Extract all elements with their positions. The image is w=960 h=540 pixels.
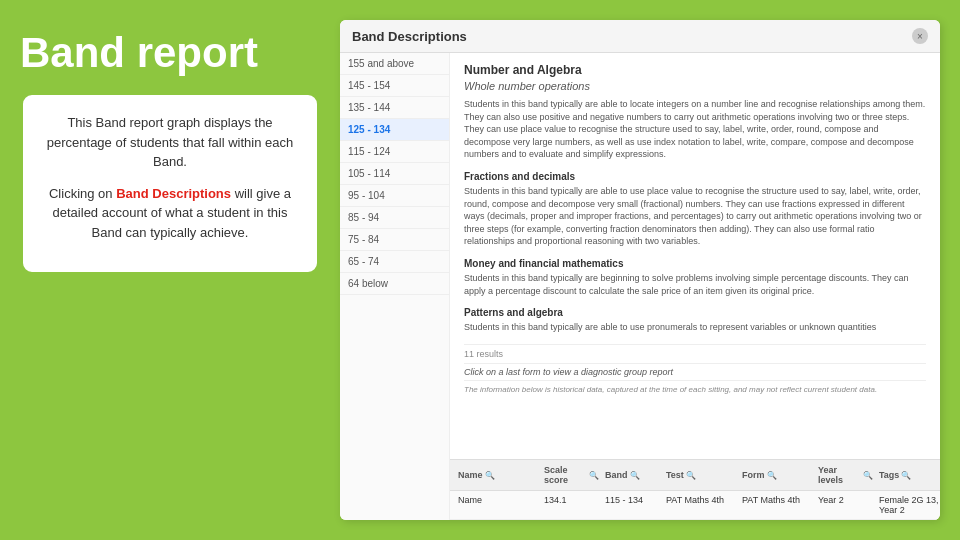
col-band-label: Band <box>605 470 628 480</box>
close-button[interactable]: × <box>912 28 928 44</box>
score-search-icon[interactable]: 🔍 <box>589 471 599 480</box>
col-form-label: Form <box>742 470 765 480</box>
band-item[interactable]: 105 - 114 <box>340 163 449 185</box>
cell-year: Year 2 <box>818 495 873 515</box>
form-search-icon[interactable]: 🔍 <box>767 471 777 480</box>
name-search-icon[interactable]: 🔍 <box>485 471 495 480</box>
content-section: Fractions and decimalsStudents in this b… <box>464 171 926 248</box>
section-title: Money and financial mathematics <box>464 258 926 269</box>
bands-sidebar: 155 and above145 - 154135 - 144125 - 134… <box>340 53 450 520</box>
band-item[interactable]: 125 - 134 <box>340 119 449 141</box>
test-search-icon[interactable]: 🔍 <box>686 471 696 480</box>
band-item[interactable]: 75 - 84 <box>340 229 449 251</box>
content-section: Patterns and algebraStudents in this ban… <box>464 307 926 334</box>
col-header-tags: Tags 🔍 <box>879 465 940 485</box>
tags-search-icon[interactable]: 🔍 <box>901 471 911 480</box>
content-sections: Students in this band typically are able… <box>464 98 926 334</box>
left-panel: Band report This Band report graph displ… <box>20 20 320 520</box>
col-year-label: Year levels <box>818 465 861 485</box>
content-subtitle: Whole number operations <box>464 80 926 92</box>
col-header-name: Name 🔍 <box>458 465 538 485</box>
band-item[interactable]: 155 and above <box>340 53 449 75</box>
table-header: Name 🔍 Scale score 🔍 Band 🔍 Test <box>450 460 940 491</box>
content-section: Students in this band typically are able… <box>464 98 926 161</box>
section-text: Students in this band typically are able… <box>464 98 926 161</box>
col-header-test: Test 🔍 <box>666 465 736 485</box>
band-item[interactable]: 95 - 104 <box>340 185 449 207</box>
info-paragraph-2: Clicking on Band Descriptions will give … <box>43 184 297 243</box>
col-tags-label: Tags <box>879 470 899 480</box>
modal-body: 155 and above145 - 154135 - 144125 - 134… <box>340 53 940 520</box>
band-content-area: Number and Algebra Whole number operatio… <box>450 53 940 459</box>
band-item[interactable]: 64 below <box>340 273 449 295</box>
cell-score: 134.1 <box>544 495 599 515</box>
cell-tags: Female 2G 13, Year 2 <box>879 495 940 515</box>
info-prefix: Clicking on <box>49 186 116 201</box>
modal-header: Band Descriptions × <box>340 20 940 53</box>
band-item[interactable]: 115 - 124 <box>340 141 449 163</box>
cell-band: 115 - 134 <box>605 495 660 515</box>
band-item[interactable]: 135 - 144 <box>340 97 449 119</box>
click-info: Click on a last form to view a diagnosti… <box>464 363 926 380</box>
col-name-label: Name <box>458 470 483 480</box>
col-header-form: Form 🔍 <box>742 465 812 485</box>
cell-name: Name <box>458 495 538 515</box>
content-title: Number and Algebra <box>464 63 926 77</box>
page-title: Band report <box>20 20 320 76</box>
section-title: Patterns and algebra <box>464 307 926 318</box>
results-table-section: Name 🔍 Scale score 🔍 Band 🔍 Test <box>450 459 940 520</box>
historical-note: The information below is historical data… <box>464 380 926 398</box>
col-header-year: Year levels 🔍 <box>818 465 873 485</box>
col-header-band: Band 🔍 <box>605 465 660 485</box>
year-search-icon[interactable]: 🔍 <box>863 471 873 480</box>
section-text: Students in this band typically are able… <box>464 321 926 334</box>
cell-test: PAT Maths 4th <box>666 495 736 515</box>
band-descriptions-modal: Band Descriptions × 155 and above145 - 1… <box>340 20 940 520</box>
band-search-icon[interactable]: 🔍 <box>630 471 640 480</box>
info-paragraph-1: This Band report graph displays the perc… <box>43 113 297 172</box>
results-count: 11 results <box>464 344 926 363</box>
content-section: Money and financial mathematicsStudents … <box>464 258 926 297</box>
cell-form: PAT Maths 4th <box>742 495 812 515</box>
table-row[interactable]: Name 134.1 115 - 134 PAT Maths 4th PAT M… <box>450 491 940 520</box>
band-item[interactable]: 65 - 74 <box>340 251 449 273</box>
band-item[interactable]: 145 - 154 <box>340 75 449 97</box>
col-test-label: Test <box>666 470 684 480</box>
section-text: Students in this band typically are able… <box>464 185 926 248</box>
page-container: Band report This Band report graph displ… <box>0 0 960 540</box>
info-box: This Band report graph displays the perc… <box>20 92 320 275</box>
band-item[interactable]: 85 - 94 <box>340 207 449 229</box>
table-rows: Name 134.1 115 - 134 PAT Maths 4th PAT M… <box>450 491 940 520</box>
col-header-score: Scale score 🔍 <box>544 465 599 485</box>
section-text: Students in this band typically are begi… <box>464 272 926 297</box>
col-score-label: Scale score <box>544 465 587 485</box>
modal-title: Band Descriptions <box>352 29 467 44</box>
band-descriptions-link[interactable]: Band Descriptions <box>116 186 231 201</box>
section-title: Fractions and decimals <box>464 171 926 182</box>
